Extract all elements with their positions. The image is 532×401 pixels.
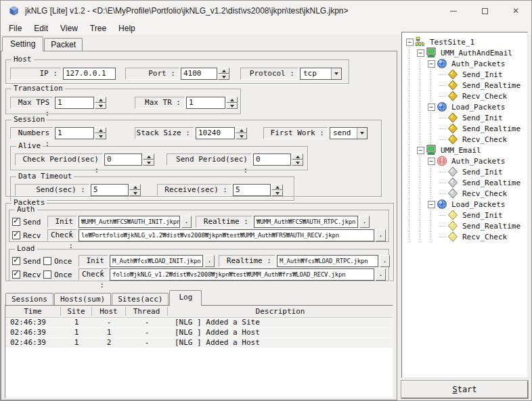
- load-send-checkbox[interactable]: Send: [12, 257, 43, 266]
- protocol-dropdown-arrow-icon[interactable]: [331, 68, 341, 79]
- ip-input[interactable]: 127.0.0.1: [63, 68, 116, 80]
- stack-size-spin-up[interactable]: [236, 127, 247, 133]
- tree-node-send-init[interactable]: Send_Init: [404, 112, 526, 123]
- timeout-send-spin-up[interactable]: [129, 184, 141, 190]
- tab-log[interactable]: Log: [169, 290, 202, 306]
- send-period-spin-up[interactable]: [292, 154, 303, 160]
- tree-node-load-packets[interactable]: −Load_Packets: [404, 101, 526, 112]
- max-tps-input[interactable]: 1: [55, 97, 94, 109]
- auth-send-checkbox[interactable]: Send: [12, 218, 47, 227]
- load-init-browse-button[interactable]: .: [204, 255, 215, 267]
- timeout-receive-input[interactable]: 5: [233, 184, 271, 196]
- close-button[interactable]: ✕: [500, 1, 531, 21]
- numbers-spin-up[interactable]: [95, 127, 106, 133]
- stack-size-input[interactable]: 10240: [196, 127, 235, 139]
- max-tps-spin-up[interactable]: [95, 97, 106, 103]
- tree-node-umm-authandemail[interactable]: −UMM_AuthAndEmail: [404, 47, 526, 58]
- tree-collapse-icon[interactable]: −: [428, 158, 435, 165]
- first-work-dropdown[interactable]: send: [330, 127, 368, 139]
- tree-node-recv-check[interactable]: Recv_Check: [404, 188, 526, 199]
- log-row[interactable]: 02:46:391--[NLG ] Added a Site: [5, 318, 393, 328]
- load-recv-once-checkbox[interactable]: Once: [43, 270, 79, 279]
- load-realtime-input[interactable]: M_Auth₩fcs₩LOAD_RTPC.jkpn: [277, 255, 378, 267]
- load-check-input[interactable]: folio₩jkNLG_v1.2₩dist₩vs2008₩jkpn₩test₩U…: [110, 268, 374, 281]
- check-period-spin-down[interactable]: [143, 160, 154, 166]
- timeout-receive-spin-up[interactable]: [271, 184, 283, 190]
- max-tps-spin-down[interactable]: [95, 103, 106, 109]
- tab-setting[interactable]: Setting: [2, 37, 43, 51]
- tree-node-send-realtime[interactable]: Send_Realtime: [404, 80, 526, 91]
- stack-size-spin-down[interactable]: [236, 133, 247, 139]
- tab-sessions[interactable]: Sessions: [5, 293, 53, 305]
- load-realtime-browse-button[interactable]: .: [380, 255, 390, 267]
- max-tr-spin-down[interactable]: [226, 103, 238, 109]
- timeout-send-input[interactable]: 5: [91, 184, 129, 196]
- tree-node-umm-email[interactable]: −UMM_Email: [404, 145, 526, 156]
- log-col-site[interactable]: Site: [61, 307, 92, 316]
- tree-collapse-icon[interactable]: −: [428, 201, 435, 208]
- load-init-input[interactable]: M_Auth₩fcs₩LOAD_INIT.jkpn: [110, 255, 203, 267]
- tab-packet[interactable]: Packet: [44, 38, 83, 51]
- first-work-dropdown-arrow-icon[interactable]: [357, 128, 367, 139]
- tree-collapse-icon[interactable]: −: [406, 39, 414, 46]
- log-col-thread[interactable]: Thread: [126, 307, 168, 316]
- auth-check-browse-button[interactable]: .: [376, 229, 386, 241]
- log-row[interactable]: 02:46:3911-[NLG ] Added a Host: [5, 328, 393, 338]
- tree-node-send-realtime[interactable]: Send_Realtime: [404, 123, 526, 134]
- tree-node-send-init[interactable]: Send_Init: [404, 210, 526, 220]
- numbers-input[interactable]: 1: [55, 127, 94, 139]
- protocol-label: Protocol :: [240, 68, 298, 80]
- tree-node-recv-check[interactable]: Recv_Check: [404, 91, 526, 101]
- tree-collapse-icon[interactable]: −: [428, 103, 435, 111]
- load-check-browse-button[interactable]: .: [376, 268, 386, 281]
- auth-check-input[interactable]: le₩Portfolio₩jkNLG_v1.2₩dist₩vs2008₩jkpn…: [79, 229, 374, 241]
- protocol-dropdown[interactable]: tcp: [300, 68, 342, 80]
- auth-recv-checkbox[interactable]: Recv: [12, 231, 47, 240]
- tree-node-recv-check[interactable]: Recv_Check: [404, 134, 526, 145]
- timeout-receive-spin-down[interactable]: [271, 190, 283, 196]
- tree-node-send-realtime[interactable]: Send_Realtime: [404, 177, 526, 188]
- maximize-button[interactable]: [469, 1, 500, 21]
- log-col-host[interactable]: Host: [92, 307, 126, 316]
- timeout-send-spin-down[interactable]: [129, 190, 141, 196]
- port-spin-up[interactable]: [218, 68, 229, 74]
- numbers-spin-down[interactable]: [95, 133, 106, 139]
- port-input[interactable]: 4100: [181, 68, 217, 80]
- tree-node-auth-packets[interactable]: −Auth_Packets: [404, 58, 526, 69]
- max-tr-spin-up[interactable]: [226, 97, 238, 103]
- tree-node-send-init[interactable]: Send_Init: [404, 166, 526, 177]
- check-period-input[interactable]: 0: [104, 154, 142, 166]
- tree-collapse-icon[interactable]: −: [417, 49, 424, 57]
- send-period-spin-down[interactable]: [292, 160, 303, 166]
- tree-node-send-realtime[interactable]: Send_Realtime: [404, 220, 526, 231]
- tree-node-recv-check[interactable]: Recv_Check: [404, 231, 526, 242]
- auth-init-input[interactable]: ₩UMM_Auth₩FCS₩AUTH_INIT.jkpn: [79, 216, 180, 228]
- auth-realtime-input[interactable]: ₩UMM_Auth₩FCS₩AUTH_RTPC.jkpn: [254, 216, 358, 228]
- load-send-once-checkbox[interactable]: Once: [43, 257, 79, 266]
- tree-node-testsite-1[interactable]: −TestSite_1: [404, 37, 526, 47]
- menu-tree[interactable]: Tree: [84, 22, 112, 35]
- send-period-input[interactable]: 0: [253, 154, 291, 166]
- tab-sites-acc[interactable]: Sites(acc): [112, 293, 169, 305]
- start-button[interactable]: Start: [401, 381, 528, 398]
- tree-node-load-packets[interactable]: −Load_Packets: [404, 199, 526, 210]
- tree-collapse-icon[interactable]: −: [417, 147, 424, 154]
- menu-file[interactable]: File: [3, 22, 28, 35]
- auth-init-browse-button[interactable]: .: [181, 216, 192, 228]
- max-tr-input[interactable]: 1: [186, 97, 225, 109]
- load-recv-checkbox[interactable]: Recv: [12, 270, 43, 279]
- tab-hosts-sum[interactable]: Hosts(sum): [54, 293, 111, 305]
- check-period-spin-up[interactable]: [143, 154, 154, 160]
- menu-help[interactable]: Help: [112, 22, 141, 35]
- menu-view[interactable]: View: [54, 22, 84, 35]
- tree-node-send-init[interactable]: Send_Init: [404, 69, 526, 80]
- log-col-description[interactable]: Description: [168, 307, 393, 316]
- log-col-time[interactable]: Time: [5, 307, 61, 316]
- menu-edit[interactable]: Edit: [28, 22, 54, 35]
- tree-collapse-icon[interactable]: −: [428, 60, 435, 68]
- minimize-button[interactable]: [438, 1, 469, 21]
- port-spin-down[interactable]: [218, 74, 229, 80]
- tree-node-auth-packets[interactable]: −Auth_Packets: [404, 156, 526, 166]
- log-row[interactable]: 02:46:3912-[NLG ] Added a Host: [5, 338, 393, 348]
- auth-realtime-browse-button[interactable]: .: [359, 216, 370, 228]
